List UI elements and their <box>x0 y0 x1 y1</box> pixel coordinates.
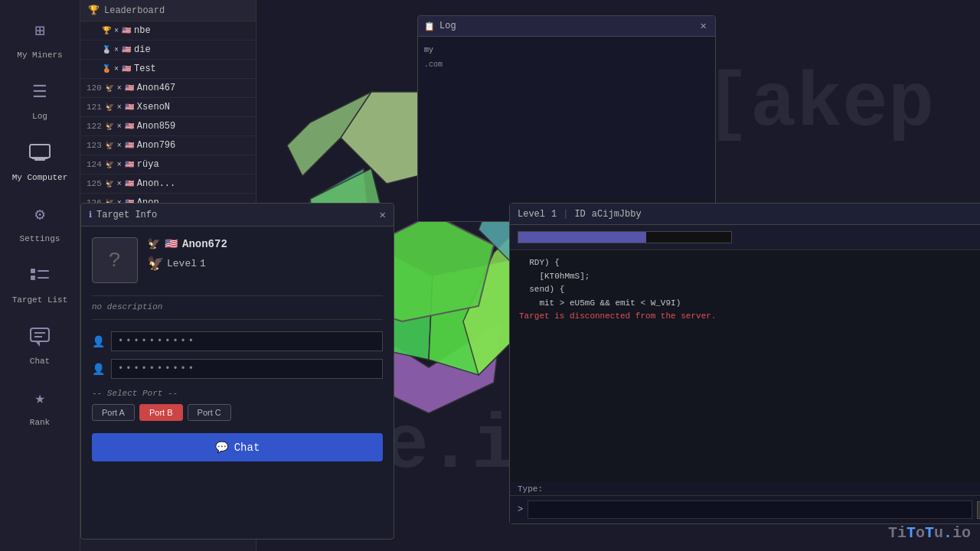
sidebar-label-log: Log <box>32 112 47 121</box>
terminal-separator: | <box>563 209 568 220</box>
code-line-disconnected: Target is disconnected from the server. <box>519 310 980 324</box>
port-a-button[interactable]: Port A <box>92 404 135 421</box>
sidebar-item-settings[interactable]: ⚙ Settings <box>5 191 74 249</box>
leaderboard-icon: 🏆 <box>88 5 100 16</box>
username-input[interactable] <box>111 331 383 351</box>
log-content: my .com <box>418 37 715 221</box>
list-item[interactable]: 123 🦅 × 🇺🇸 Anon796 <box>80 136 256 155</box>
sidebar-item-my-computer[interactable]: My Computer <box>5 130 74 188</box>
target-description: no description <box>81 302 394 319</box>
target-info-titlebar: ℹ Target Info ✕ <box>81 204 394 227</box>
target-name: Anon672 <box>182 238 227 250</box>
terminal-id-value: aCijmJbby <box>592 209 642 220</box>
log-title: Log <box>439 21 456 31</box>
miners-icon: ⊞ <box>23 14 57 47</box>
svg-marker-18 <box>287 92 371 176</box>
sidebar-label-my-miners: My Miners <box>17 51 62 60</box>
port-c-button[interactable]: Port C <box>188 404 231 421</box>
terminal-level-label: Level <box>518 209 545 220</box>
log-titlebar: 📋 Log ✕ <box>418 16 715 37</box>
port-buttons-row: Port A Port B Port C <box>81 401 394 429</box>
sidebar: ⊞ My Miners ☰ Log My Computer ⚙ Settings <box>0 0 80 551</box>
main-area: ][akep s0urce.io titotu.io 🏆 Leaderboard… <box>80 0 980 551</box>
list-item[interactable]: 122 🦅 × 🇺🇸 Anon859 <box>80 117 256 136</box>
list-item[interactable]: 🥈 × 🇺🇸 die <box>80 41 256 60</box>
log-window: 📋 Log ✕ my .com <box>417 15 716 222</box>
chat-icon <box>23 320 57 354</box>
terminal-window: Level 1 | ID aCijmJbby ✕ RDY) { [KT0hMmS… <box>509 203 980 524</box>
target-level-row: 🦅 Level 1 <box>147 255 383 272</box>
terminal-prompt: > <box>518 504 523 515</box>
target-list-icon <box>23 259 57 292</box>
svg-marker-8 <box>35 341 40 347</box>
terminal-level-value: 1 <box>551 209 557 220</box>
code-line: send) { <box>519 283 980 297</box>
list-item[interactable]: 124 🦅 × 🇺🇸 rüya <box>80 155 256 174</box>
log-close-button[interactable]: ✕ <box>698 20 709 32</box>
target-info-text: 🦅 🇺🇸 Anon672 🦅 Level 1 <box>147 237 383 272</box>
select-port-hint: -- Select Port -- <box>81 383 394 401</box>
password-icon: 👤 <box>92 363 105 376</box>
avatar: ? <box>92 237 138 283</box>
list-item[interactable]: 125 🦅 × 🇺🇸 Anon... <box>80 174 256 194</box>
terminal-send-button[interactable]: ▶ <box>977 501 980 519</box>
log-title-icon: 📋 <box>424 21 435 31</box>
list-item[interactable]: 🏆 × 🇺🇸 nbe <box>80 21 256 41</box>
target-name-row: 🦅 🇺🇸 Anon672 <box>147 237 383 250</box>
sidebar-item-log[interactable]: ☰ Log <box>5 69 74 127</box>
type-label: Type: <box>518 484 543 494</box>
sidebar-label-my-computer: My Computer <box>12 173 68 182</box>
computer-icon <box>23 136 57 170</box>
code-line: [KT0hMmS]; <box>519 270 980 284</box>
list-item[interactable]: 🥉 × 🇺🇸 Test <box>80 60 256 79</box>
settings-icon: ⚙ <box>23 197 57 231</box>
svg-rect-5 <box>31 276 35 280</box>
terminal-header: Level 1 | ID aCijmJbby ✕ <box>510 204 980 225</box>
sidebar-item-my-miners[interactable]: ⊞ My Miners <box>5 8 74 66</box>
svg-rect-6 <box>38 277 49 279</box>
terminal-id-label: ID <box>574 209 585 220</box>
list-item[interactable]: 120 🦅 × 🇺🇸 Anon467 <box>80 79 256 98</box>
sidebar-item-chat[interactable]: Chat <box>5 314 74 372</box>
target-level-label: Level <box>167 258 197 269</box>
sidebar-item-rank[interactable]: ★ Rank <box>5 375 74 433</box>
svg-rect-3 <box>31 269 35 273</box>
svg-rect-4 <box>38 270 49 272</box>
password-input-row: 👤 <box>81 355 394 383</box>
target-info-panel: ℹ Target Info ✕ ? 🦅 🇺🇸 Anon672 🦅 Level 1… <box>80 203 394 540</box>
log-icon: ☰ <box>23 75 57 109</box>
target-info-icon: ℹ <box>89 210 92 220</box>
code-line: RDY) { <box>519 256 980 270</box>
svg-rect-0 <box>30 145 50 158</box>
username-icon: 👤 <box>92 335 105 348</box>
chat-button[interactable]: 💬 Chat <box>92 433 383 461</box>
progress-bar-fill <box>518 232 646 243</box>
sidebar-label-rank: Rank <box>30 418 50 427</box>
sidebar-label-settings: Settings <box>20 234 60 243</box>
target-badge-1: 🦅 <box>147 237 160 250</box>
titotu-logo: TiToTu.io <box>888 524 971 542</box>
leaderboard-header: 🏆 Leaderboard <box>80 0 256 21</box>
target-flag: 🇺🇸 <box>165 237 178 250</box>
svg-rect-7 <box>31 328 49 341</box>
divider-1 <box>92 295 383 296</box>
chat-button-icon: 💬 <box>215 441 228 454</box>
divider-2 <box>92 319 383 320</box>
sidebar-label-target-list: Target List <box>12 295 68 305</box>
password-input[interactable] <box>111 359 383 379</box>
list-item[interactable]: 121 🦅 × 🇺🇸 XsenoN <box>80 98 256 117</box>
terminal-input[interactable] <box>528 500 972 519</box>
target-profile: ? 🦅 🇺🇸 Anon672 🦅 Level 1 <box>81 227 394 294</box>
port-b-button[interactable]: Port B <box>139 404 183 421</box>
level-icon: 🦅 <box>147 255 164 272</box>
target-level-value: 1 <box>200 258 206 269</box>
target-info-close-button[interactable]: ✕ <box>380 208 386 221</box>
terminal-progress-bar <box>518 231 732 243</box>
sidebar-label-chat: Chat <box>30 357 50 366</box>
target-info-title: Target Info <box>96 210 157 220</box>
username-input-row: 👤 <box>81 328 394 355</box>
leaderboard-title: Leaderboard <box>104 5 165 16</box>
terminal-code-area: RDY) { [KT0hMmS]; send) { mit > eU5mG &&… <box>510 250 980 482</box>
rank-icon: ★ <box>23 381 57 415</box>
sidebar-item-target-list[interactable]: Target List <box>5 253 74 311</box>
